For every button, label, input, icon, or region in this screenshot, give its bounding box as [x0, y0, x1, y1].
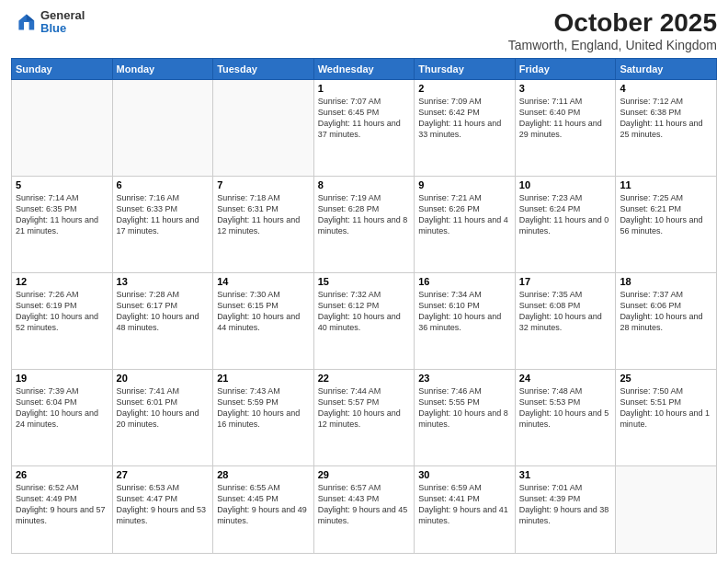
day-info: Sunrise: 6:52 AM Sunset: 4:49 PM Dayligh…	[16, 482, 108, 527]
day-number: 21	[217, 373, 310, 384]
week-row-2: 5Sunrise: 7:14 AM Sunset: 6:35 PM Daylig…	[12, 176, 717, 272]
weekday-header-monday: Monday	[112, 58, 213, 79]
day-cell: 4Sunrise: 7:12 AM Sunset: 6:38 PM Daylig…	[616, 79, 717, 176]
day-number: 3	[519, 83, 612, 94]
day-cell: 22Sunrise: 7:44 AM Sunset: 5:57 PM Dayli…	[313, 369, 415, 465]
day-cell: 26Sunrise: 6:52 AM Sunset: 4:49 PM Dayli…	[12, 465, 113, 553]
day-cell	[12, 79, 113, 176]
day-info: Sunrise: 7:32 AM Sunset: 6:12 PM Dayligh…	[318, 289, 411, 334]
location-subtitle: Tamworth, England, United Kingdom	[508, 38, 717, 52]
month-title: October 2025	[508, 9, 717, 38]
day-info: Sunrise: 7:39 AM Sunset: 6:04 PM Dayligh…	[16, 385, 108, 431]
day-info: Sunrise: 7:44 AM Sunset: 5:57 PM Dayligh…	[318, 385, 411, 431]
day-cell: 5Sunrise: 7:14 AM Sunset: 6:35 PM Daylig…	[12, 176, 113, 272]
weekday-header-friday: Friday	[515, 58, 616, 79]
week-row-5: 26Sunrise: 6:52 AM Sunset: 4:49 PM Dayli…	[12, 465, 717, 553]
day-info: Sunrise: 7:23 AM Sunset: 6:24 PM Dayligh…	[519, 192, 612, 237]
day-cell: 28Sunrise: 6:55 AM Sunset: 4:45 PM Dayli…	[213, 465, 314, 553]
day-cell: 8Sunrise: 7:19 AM Sunset: 6:28 PM Daylig…	[313, 176, 415, 272]
day-cell: 25Sunrise: 7:50 AM Sunset: 5:51 PM Dayli…	[616, 369, 717, 465]
weekday-header-saturday: Saturday	[616, 58, 717, 79]
day-number: 15	[318, 276, 411, 287]
day-cell: 30Sunrise: 6:59 AM Sunset: 4:41 PM Dayli…	[415, 465, 516, 553]
day-number: 28	[217, 469, 310, 480]
day-cell: 3Sunrise: 7:11 AM Sunset: 6:40 PM Daylig…	[515, 79, 616, 176]
day-cell: 2Sunrise: 7:09 AM Sunset: 6:42 PM Daylig…	[415, 79, 516, 176]
header: General Blue October 2025 Tamworth, Engl…	[11, 9, 717, 52]
weekday-header-wednesday: Wednesday	[313, 58, 415, 79]
day-info: Sunrise: 6:53 AM Sunset: 4:47 PM Dayligh…	[117, 482, 210, 527]
day-info: Sunrise: 7:12 AM Sunset: 6:38 PM Dayligh…	[620, 96, 712, 141]
day-number: 25	[620, 373, 712, 384]
day-info: Sunrise: 7:50 AM Sunset: 5:51 PM Dayligh…	[620, 385, 712, 431]
day-number: 18	[620, 276, 712, 287]
day-info: Sunrise: 7:07 AM Sunset: 6:45 PM Dayligh…	[318, 96, 411, 141]
page: General Blue October 2025 Tamworth, Engl…	[0, 0, 728, 563]
day-cell: 20Sunrise: 7:41 AM Sunset: 6:01 PM Dayli…	[112, 369, 213, 465]
day-number: 27	[117, 469, 210, 480]
day-info: Sunrise: 6:55 AM Sunset: 4:45 PM Dayligh…	[217, 482, 310, 527]
day-info: Sunrise: 7:46 AM Sunset: 5:55 PM Dayligh…	[418, 385, 511, 431]
day-info: Sunrise: 6:59 AM Sunset: 4:41 PM Dayligh…	[418, 482, 511, 527]
day-cell: 24Sunrise: 7:48 AM Sunset: 5:53 PM Dayli…	[515, 369, 616, 465]
logo-general-text: General	[40, 9, 85, 22]
day-info: Sunrise: 7:35 AM Sunset: 6:08 PM Dayligh…	[519, 289, 612, 334]
day-number: 1	[318, 83, 411, 94]
day-number: 8	[318, 179, 411, 190]
day-info: Sunrise: 7:34 AM Sunset: 6:10 PM Dayligh…	[418, 289, 511, 334]
day-number: 31	[519, 469, 612, 480]
day-info: Sunrise: 7:30 AM Sunset: 6:15 PM Dayligh…	[217, 289, 310, 334]
day-cell	[112, 79, 213, 176]
calendar-table: SundayMondayTuesdayWednesdayThursdayFrid…	[11, 58, 717, 554]
day-number: 5	[16, 179, 108, 190]
day-cell	[213, 79, 314, 176]
day-info: Sunrise: 7:21 AM Sunset: 6:26 PM Dayligh…	[418, 192, 511, 237]
day-info: Sunrise: 7:26 AM Sunset: 6:19 PM Dayligh…	[16, 289, 108, 334]
logo: General Blue	[11, 9, 85, 36]
day-number: 24	[519, 373, 612, 384]
day-info: Sunrise: 7:41 AM Sunset: 6:01 PM Dayligh…	[117, 385, 210, 431]
day-cell: 14Sunrise: 7:30 AM Sunset: 6:15 PM Dayli…	[213, 272, 314, 369]
day-cell: 29Sunrise: 6:57 AM Sunset: 4:43 PM Dayli…	[313, 465, 415, 553]
day-info: Sunrise: 7:25 AM Sunset: 6:21 PM Dayligh…	[620, 192, 712, 237]
day-cell: 16Sunrise: 7:34 AM Sunset: 6:10 PM Dayli…	[415, 272, 516, 369]
day-number: 7	[217, 179, 310, 190]
day-cell: 6Sunrise: 7:16 AM Sunset: 6:33 PM Daylig…	[112, 176, 213, 272]
day-cell: 21Sunrise: 7:43 AM Sunset: 5:59 PM Dayli…	[213, 369, 314, 465]
week-row-1: 1Sunrise: 7:07 AM Sunset: 6:45 PM Daylig…	[12, 79, 717, 176]
day-number: 4	[620, 83, 712, 94]
day-cell: 9Sunrise: 7:21 AM Sunset: 6:26 PM Daylig…	[415, 176, 516, 272]
day-number: 26	[16, 469, 108, 480]
day-cell: 7Sunrise: 7:18 AM Sunset: 6:31 PM Daylig…	[213, 176, 314, 272]
day-number: 17	[519, 276, 612, 287]
logo-icon	[11, 9, 37, 35]
day-cell: 17Sunrise: 7:35 AM Sunset: 6:08 PM Dayli…	[515, 272, 616, 369]
day-cell: 1Sunrise: 7:07 AM Sunset: 6:45 PM Daylig…	[313, 79, 415, 176]
day-info: Sunrise: 7:09 AM Sunset: 6:42 PM Dayligh…	[418, 96, 511, 141]
day-number: 30	[418, 469, 511, 480]
day-cell: 19Sunrise: 7:39 AM Sunset: 6:04 PM Dayli…	[12, 369, 113, 465]
day-cell: 23Sunrise: 7:46 AM Sunset: 5:55 PM Dayli…	[415, 369, 516, 465]
day-number: 11	[620, 179, 712, 190]
day-number: 16	[418, 276, 511, 287]
day-info: Sunrise: 7:43 AM Sunset: 5:59 PM Dayligh…	[217, 385, 310, 431]
day-number: 20	[117, 373, 210, 384]
day-info: Sunrise: 7:19 AM Sunset: 6:28 PM Dayligh…	[318, 192, 411, 237]
day-number: 23	[418, 373, 511, 384]
day-info: Sunrise: 7:16 AM Sunset: 6:33 PM Dayligh…	[117, 192, 210, 237]
day-cell: 27Sunrise: 6:53 AM Sunset: 4:47 PM Dayli…	[112, 465, 213, 553]
logo-text: General Blue	[40, 9, 85, 36]
day-cell	[616, 465, 717, 553]
day-number: 9	[418, 179, 511, 190]
week-row-3: 12Sunrise: 7:26 AM Sunset: 6:19 PM Dayli…	[12, 272, 717, 369]
day-number: 6	[117, 179, 210, 190]
weekday-header-thursday: Thursday	[415, 58, 516, 79]
day-number: 29	[318, 469, 411, 480]
day-info: Sunrise: 7:01 AM Sunset: 4:39 PM Dayligh…	[519, 482, 612, 527]
weekday-header-tuesday: Tuesday	[213, 58, 314, 79]
day-info: Sunrise: 7:11 AM Sunset: 6:40 PM Dayligh…	[519, 96, 612, 141]
day-cell: 11Sunrise: 7:25 AM Sunset: 6:21 PM Dayli…	[616, 176, 717, 272]
week-row-4: 19Sunrise: 7:39 AM Sunset: 6:04 PM Dayli…	[12, 369, 717, 465]
logo-blue-text: Blue	[40, 22, 85, 35]
day-info: Sunrise: 7:18 AM Sunset: 6:31 PM Dayligh…	[217, 192, 310, 237]
